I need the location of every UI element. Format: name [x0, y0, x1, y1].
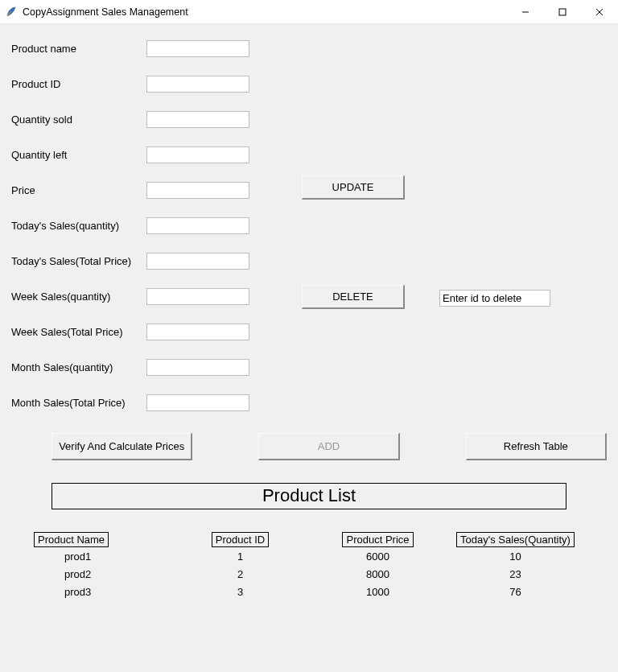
cell-todays-sales-qty: 23 [447, 568, 584, 580]
cell-product-price: 8000 [309, 568, 447, 580]
window-title: CopyAssignment Sales Management [23, 6, 188, 18]
close-icon [595, 8, 604, 16]
table-row: prod11600010 [34, 547, 584, 565]
table-row: prod33100076 [34, 583, 584, 600]
col-product-id: Product ID [212, 532, 269, 547]
col-product-price: Product Price [342, 532, 413, 547]
svg-rect-1 [559, 9, 566, 15]
todays-sales-total-input[interactable] [146, 253, 249, 270]
month-sales-qty-label: Month Sales(quantity) [11, 361, 146, 373]
cell-product-price: 1000 [309, 586, 447, 598]
cell-product-id: 3 [171, 586, 309, 598]
maximize-icon [558, 8, 566, 16]
maximize-button[interactable] [544, 0, 581, 24]
table-row: prod22800023 [34, 565, 584, 583]
main-content: Product name Product ID Quantity sold Qu… [0, 24, 618, 600]
week-sales-total-input[interactable] [146, 324, 249, 340]
col-todays-sales-qty: Today's Sales(Quantity) [456, 532, 575, 547]
product-list-heading: Product List [52, 483, 566, 509]
product-id-input[interactable] [146, 76, 249, 93]
quantity-sold-label: Quantity sold [11, 113, 146, 126]
cell-product-price: 6000 [309, 550, 447, 563]
cell-product-id: 1 [171, 550, 309, 563]
quantity-sold-input[interactable] [146, 111, 249, 128]
add-button[interactable]: ADD [258, 433, 399, 460]
quantity-left-label: Quantity left [11, 149, 146, 161]
close-button[interactable] [581, 0, 618, 24]
todays-sales-qty-label: Today's Sales(quantity) [11, 220, 146, 232]
month-sales-total-label: Month Sales(Total Price) [11, 397, 146, 409]
minimize-icon [521, 8, 529, 16]
month-sales-total-input[interactable] [146, 394, 249, 411]
week-sales-total-label: Week Sales(Total Price) [11, 326, 146, 338]
table-header: Product Name Product ID Product Price To… [34, 532, 584, 547]
cell-product-id: 2 [171, 568, 309, 580]
price-input[interactable] [146, 182, 249, 199]
refresh-table-button[interactable]: Refresh Table [466, 433, 607, 460]
todays-sales-qty-input[interactable] [146, 217, 249, 234]
week-sales-qty-label: Week Sales(quantity) [11, 291, 146, 303]
delete-id-input[interactable] [439, 290, 550, 307]
cell-product-name: prod2 [34, 568, 171, 580]
price-label: Price [11, 184, 146, 196]
product-name-input[interactable] [146, 40, 249, 57]
minimize-button[interactable] [507, 0, 544, 24]
col-product-name: Product Name [34, 532, 109, 547]
cell-todays-sales-qty: 76 [447, 586, 584, 598]
bottom-button-row: Verify And Calculate Prices ADD Refresh … [11, 428, 607, 460]
product-id-label: Product ID [11, 78, 146, 90]
week-sales-qty-input[interactable] [146, 288, 249, 305]
cell-product-name: prod1 [34, 550, 171, 563]
table-body: prod11600010prod22800023prod33100076 [34, 547, 584, 600]
verify-button[interactable]: Verify And Calculate Prices [52, 433, 192, 460]
product-name-label: Product name [11, 43, 146, 55]
todays-sales-total-label: Today's Sales(Total Price) [11, 255, 146, 267]
cell-todays-sales-qty: 10 [447, 550, 584, 563]
quantity-left-input[interactable] [146, 146, 249, 163]
delete-button[interactable]: DELETE [302, 285, 405, 309]
cell-product-name: prod3 [34, 586, 171, 598]
update-button[interactable]: UPDATE [302, 175, 405, 200]
month-sales-qty-input[interactable] [146, 359, 249, 376]
titlebar: CopyAssignment Sales Management [0, 0, 618, 24]
app-icon [5, 6, 18, 19]
product-table: Product Name Product ID Product Price To… [34, 532, 584, 600]
